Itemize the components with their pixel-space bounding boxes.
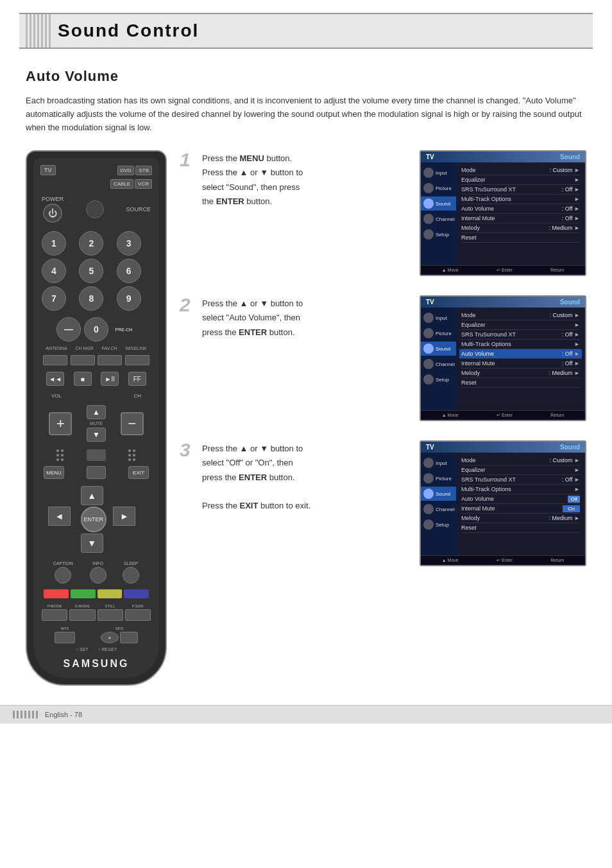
footer-text: English - 78 (45, 711, 82, 718)
btn-0[interactable]: 0 (84, 317, 108, 342)
enter-button[interactable]: ENTER (81, 507, 106, 532)
step-2: 2 Press the ▲ or ▼ button to select "Aut… (180, 295, 586, 421)
exit-button[interactable]: EXIT (128, 466, 149, 479)
srs-button[interactable] (120, 632, 138, 643)
psize-button[interactable] (125, 609, 151, 621)
menu-row-mode-2: Mode : Custom ► (461, 311, 580, 320)
dvd-button[interactable]: DVD (117, 166, 135, 175)
samsung-logo: SAMSUNG (38, 655, 154, 673)
set-label: ○ SET (76, 647, 89, 652)
still-button[interactable] (98, 609, 123, 621)
tv-sidebar-1: Input Picture Sound Channel (421, 162, 456, 265)
section-heading: Auto Volume (26, 68, 586, 85)
func-btns-row (38, 354, 154, 367)
menu-row-melody-1: Melody : Medium ► (461, 223, 580, 233)
mute-label: MUTE (90, 421, 103, 426)
smode-button[interactable] (69, 609, 95, 621)
vcr-button[interactable]: VCR (135, 179, 152, 189)
menu-row-eq-2: Equalizer ► (461, 320, 580, 330)
dpad-right[interactable]: ► (113, 507, 135, 526)
remote-top-row: TV DVD STB (38, 163, 154, 177)
steps-section: 1 Press the MENU button. Press the ▲ or … (180, 150, 586, 686)
menu-row-eq-1: Equalizer ► (461, 175, 580, 185)
tv-header-left-1: TV (426, 153, 434, 161)
caption-row: CAPTION INFO SLEEP (38, 559, 154, 586)
power-button[interactable]: ⏻ (43, 204, 62, 223)
chmgr-label: CH MGR (75, 346, 93, 351)
stop-button[interactable]: ■ (74, 372, 92, 386)
func-btn-1[interactable] (43, 355, 67, 365)
page-header: Sound Control (19, 13, 593, 49)
vol-up-button[interactable]: + (49, 412, 72, 435)
btn-2[interactable]: 2 (79, 231, 103, 256)
btn-8[interactable]: 8 (79, 286, 103, 311)
menu-row-srs-2: SRS TruSurround XT : Off ► (461, 330, 580, 340)
tv-header-left-2: TV (426, 299, 434, 306)
remote-control: TV DVD STB CABLE VCR POWER ⏻ (26, 150, 167, 686)
guide-button[interactable] (87, 466, 106, 479)
ch-up-button[interactable]: ▲ (87, 405, 106, 419)
blue-button[interactable] (124, 589, 149, 598)
vol-down-button[interactable]: − (121, 412, 144, 435)
sidebar-picture-3: Picture (421, 471, 456, 485)
btn-5[interactable]: 5 (79, 259, 103, 283)
reset-label: ○ RESET (98, 647, 117, 652)
main-content: TV DVD STB CABLE VCR POWER ⏻ (26, 150, 586, 686)
srs-circle-button[interactable]: ● (101, 632, 119, 643)
func-btn-2[interactable] (71, 355, 95, 365)
ff-button[interactable]: FF (128, 372, 146, 386)
menu-row-im-2: Internal Mute : Off ► (461, 359, 580, 369)
cable-button[interactable]: CABLE (110, 179, 133, 189)
pmode-button[interactable] (42, 609, 67, 621)
green-button[interactable] (71, 589, 96, 598)
step-3-number: 3 (180, 440, 196, 460)
btn-6[interactable]: 6 (117, 259, 141, 283)
caption-button[interactable] (55, 567, 71, 584)
off-option[interactable]: Off (568, 496, 580, 503)
func-btn-3[interactable] (98, 355, 122, 365)
btn-4[interactable]: 4 (42, 259, 66, 283)
dpad-down[interactable]: ▼ (81, 534, 103, 553)
tv-sidebar-3: Input Picture Sound Channel (421, 453, 456, 555)
func-btn-4[interactable] (125, 355, 149, 365)
still-label: STILL (105, 604, 115, 608)
menu-button[interactable]: MENU (44, 466, 64, 479)
tv-header-left-3: TV (426, 444, 434, 451)
source-button[interactable] (86, 200, 104, 218)
dpad-left[interactable]: ◄ (48, 507, 71, 526)
tv-main-menu-3: Mode : Custom ► Equalizer ► SRS TruSurro… (456, 453, 585, 555)
info-button[interactable] (90, 567, 106, 584)
rewind-button[interactable]: ◄◄ (46, 372, 64, 386)
ch-down-button[interactable]: ▼ (87, 428, 106, 442)
page-footer: English - 78 (0, 705, 612, 724)
menu-row-reset-3: Reset (461, 523, 580, 533)
dpad-up[interactable]: ▲ (81, 486, 103, 505)
sidebar-sound-1: Sound (421, 196, 456, 211)
prech-label: PRE-CH (112, 317, 136, 342)
menu-row-mto-3: Multi-Track Options ► (461, 485, 580, 494)
pmode-label: P.MODE (47, 604, 62, 608)
red-button[interactable] (44, 589, 69, 598)
sidebar-setup-1: Setup (421, 227, 456, 241)
menu-row-reset-1: Reset (461, 233, 580, 243)
btn-3[interactable]: 3 (117, 231, 141, 256)
btn-1[interactable]: 1 (42, 231, 66, 256)
mute-button[interactable] (87, 449, 106, 461)
btn-9[interactable]: 9 (117, 286, 141, 311)
sidebar-input-1: Input (421, 166, 456, 180)
tv-button[interactable]: TV (40, 165, 56, 175)
step-1-number: 1 (180, 150, 196, 169)
sidebar-channel-1: Channel (421, 212, 456, 226)
on-option[interactable]: On (563, 505, 580, 512)
playpause-button[interactable]: ►II (101, 372, 119, 386)
antenna-label: ANTENNA (46, 346, 67, 351)
vol-ch-controls: + ▲ MUTE ▼ − (38, 402, 154, 445)
sidebar-input-3: Input (421, 456, 456, 470)
dash-button[interactable]: — (56, 317, 81, 342)
mts-button[interactable] (55, 632, 75, 643)
yellow-button[interactable] (98, 589, 123, 598)
sleep-button[interactable] (123, 567, 139, 584)
set-reset-row: ○ SET ○ RESET (38, 647, 154, 652)
btn-7[interactable]: 7 (42, 286, 66, 311)
stb-button[interactable]: STB (135, 166, 152, 175)
